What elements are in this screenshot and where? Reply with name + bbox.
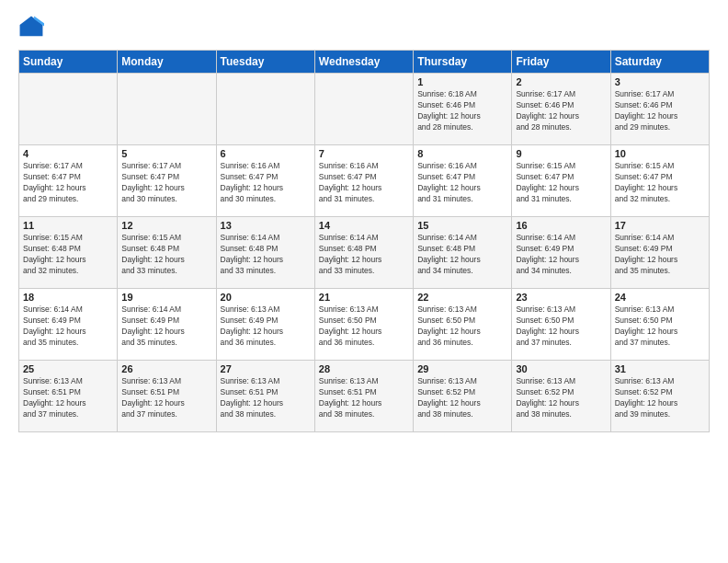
day-number: 31 [615,363,705,374]
calendar-cell: 8Sunrise: 6:16 AM Sunset: 6:47 PM Daylig… [414,145,512,217]
day-number: 11 [23,220,113,231]
calendar-cell [19,74,118,145]
day-info: Sunrise: 6:14 AM Sunset: 6:48 PM Dayligh… [319,233,409,277]
day-number: 19 [121,292,211,303]
logo-icon [18,15,44,40]
day-number: 17 [615,220,705,231]
calendar-cell: 4Sunrise: 6:17 AM Sunset: 6:47 PM Daylig… [19,145,118,217]
calendar-cell: 29Sunrise: 6:13 AM Sunset: 6:52 PM Dayli… [414,361,512,432]
day-info: Sunrise: 6:13 AM Sunset: 6:51 PM Dayligh… [121,376,211,420]
page: SundayMondayTuesdayWednesdayThursdayFrid… [0,0,728,563]
week-row-5: 25Sunrise: 6:13 AM Sunset: 6:51 PM Dayli… [19,361,710,432]
calendar-cell: 5Sunrise: 6:17 AM Sunset: 6:47 PM Daylig… [118,145,216,217]
day-number: 18 [23,292,113,303]
day-number: 21 [319,292,409,303]
day-number: 1 [417,76,507,87]
col-header-sunday: Sunday [19,51,118,74]
day-number: 25 [23,363,113,374]
logo [18,15,48,40]
calendar-table: SundayMondayTuesdayWednesdayThursdayFrid… [18,50,710,432]
day-number: 30 [516,363,606,374]
week-row-1: 1Sunrise: 6:18 AM Sunset: 6:46 PM Daylig… [19,74,710,145]
calendar-cell: 22Sunrise: 6:13 AM Sunset: 6:50 PM Dayli… [414,289,512,361]
calendar-body: 1Sunrise: 6:18 AM Sunset: 6:46 PM Daylig… [19,74,710,432]
day-info: Sunrise: 6:14 AM Sunset: 6:49 PM Dayligh… [516,233,606,277]
calendar-cell: 23Sunrise: 6:13 AM Sunset: 6:50 PM Dayli… [512,289,610,361]
calendar-cell [118,74,216,145]
day-info: Sunrise: 6:13 AM Sunset: 6:51 PM Dayligh… [319,376,409,420]
calendar-cell: 25Sunrise: 6:13 AM Sunset: 6:51 PM Dayli… [19,361,118,432]
day-number: 13 [221,220,311,231]
day-info: Sunrise: 6:13 AM Sunset: 6:52 PM Dayligh… [516,376,606,420]
day-number: 20 [221,292,311,303]
day-number: 22 [417,292,507,303]
col-header-monday: Monday [118,51,216,74]
calendar-cell: 15Sunrise: 6:14 AM Sunset: 6:48 PM Dayli… [414,217,512,289]
calendar-cell: 11Sunrise: 6:15 AM Sunset: 6:48 PM Dayli… [19,217,118,289]
calendar-cell: 28Sunrise: 6:13 AM Sunset: 6:51 PM Dayli… [314,361,413,432]
day-info: Sunrise: 6:17 AM Sunset: 6:47 PM Dayligh… [121,161,211,205]
calendar-cell: 3Sunrise: 6:17 AM Sunset: 6:46 PM Daylig… [610,74,709,145]
day-number: 27 [221,363,311,374]
calendar-cell: 26Sunrise: 6:13 AM Sunset: 6:51 PM Dayli… [118,361,216,432]
calendar-cell: 10Sunrise: 6:15 AM Sunset: 6:47 PM Dayli… [610,145,709,217]
day-info: Sunrise: 6:13 AM Sunset: 6:52 PM Dayligh… [615,376,705,420]
day-number: 12 [121,220,211,231]
day-info: Sunrise: 6:14 AM Sunset: 6:49 PM Dayligh… [121,304,211,349]
header [18,15,710,40]
day-number: 23 [516,292,606,303]
calendar-cell: 27Sunrise: 6:13 AM Sunset: 6:51 PM Dayli… [216,361,314,432]
calendar-cell [314,74,413,145]
day-info: Sunrise: 6:13 AM Sunset: 6:50 PM Dayligh… [615,304,705,349]
calendar-cell: 20Sunrise: 6:13 AM Sunset: 6:49 PM Dayli… [216,289,314,361]
day-info: Sunrise: 6:13 AM Sunset: 6:49 PM Dayligh… [221,304,311,349]
day-info: Sunrise: 6:14 AM Sunset: 6:48 PM Dayligh… [221,233,311,277]
col-header-tuesday: Tuesday [216,51,314,74]
calendar-cell: 14Sunrise: 6:14 AM Sunset: 6:48 PM Dayli… [314,217,413,289]
day-info: Sunrise: 6:14 AM Sunset: 6:49 PM Dayligh… [23,304,113,349]
col-header-saturday: Saturday [610,51,709,74]
calendar-cell: 18Sunrise: 6:14 AM Sunset: 6:49 PM Dayli… [19,289,118,361]
day-number: 26 [121,363,211,374]
calendar-cell: 13Sunrise: 6:14 AM Sunset: 6:48 PM Dayli… [216,217,314,289]
col-header-wednesday: Wednesday [314,51,413,74]
day-info: Sunrise: 6:16 AM Sunset: 6:47 PM Dayligh… [319,161,409,205]
day-number: 29 [417,363,507,374]
calendar-cell: 1Sunrise: 6:18 AM Sunset: 6:46 PM Daylig… [414,74,512,145]
calendar-cell: 2Sunrise: 6:17 AM Sunset: 6:46 PM Daylig… [512,74,610,145]
calendar-cell: 6Sunrise: 6:16 AM Sunset: 6:47 PM Daylig… [216,145,314,217]
day-number: 28 [319,363,409,374]
day-info: Sunrise: 6:14 AM Sunset: 6:48 PM Dayligh… [417,233,507,277]
col-header-friday: Friday [512,51,610,74]
day-info: Sunrise: 6:15 AM Sunset: 6:47 PM Dayligh… [615,161,705,205]
day-info: Sunrise: 6:15 AM Sunset: 6:47 PM Dayligh… [516,161,606,205]
day-info: Sunrise: 6:16 AM Sunset: 6:47 PM Dayligh… [417,161,507,205]
day-info: Sunrise: 6:17 AM Sunset: 6:46 PM Dayligh… [516,89,606,133]
day-number: 16 [516,220,606,231]
calendar-cell [216,74,314,145]
day-number: 9 [516,148,606,159]
week-row-2: 4Sunrise: 6:17 AM Sunset: 6:47 PM Daylig… [19,145,710,217]
day-info: Sunrise: 6:15 AM Sunset: 6:48 PM Dayligh… [23,233,113,277]
day-info: Sunrise: 6:14 AM Sunset: 6:49 PM Dayligh… [615,233,705,277]
calendar-cell: 31Sunrise: 6:13 AM Sunset: 6:52 PM Dayli… [610,361,709,432]
day-info: Sunrise: 6:17 AM Sunset: 6:46 PM Dayligh… [615,89,705,133]
week-row-4: 18Sunrise: 6:14 AM Sunset: 6:49 PM Dayli… [19,289,710,361]
day-info: Sunrise: 6:13 AM Sunset: 6:50 PM Dayligh… [417,304,507,349]
day-info: Sunrise: 6:13 AM Sunset: 6:51 PM Dayligh… [23,376,113,420]
calendar-cell: 21Sunrise: 6:13 AM Sunset: 6:50 PM Dayli… [314,289,413,361]
day-info: Sunrise: 6:16 AM Sunset: 6:47 PM Dayligh… [221,161,311,205]
day-info: Sunrise: 6:13 AM Sunset: 6:50 PM Dayligh… [516,304,606,349]
col-header-thursday: Thursday [414,51,512,74]
calendar-cell: 19Sunrise: 6:14 AM Sunset: 6:49 PM Dayli… [118,289,216,361]
day-info: Sunrise: 6:18 AM Sunset: 6:46 PM Dayligh… [417,89,507,133]
day-number: 10 [615,148,705,159]
day-info: Sunrise: 6:17 AM Sunset: 6:47 PM Dayligh… [23,161,113,205]
day-info: Sunrise: 6:13 AM Sunset: 6:52 PM Dayligh… [417,376,507,420]
day-number: 7 [319,148,409,159]
calendar-cell: 9Sunrise: 6:15 AM Sunset: 6:47 PM Daylig… [512,145,610,217]
day-info: Sunrise: 6:13 AM Sunset: 6:50 PM Dayligh… [319,304,409,349]
day-info: Sunrise: 6:13 AM Sunset: 6:51 PM Dayligh… [221,376,311,420]
day-number: 14 [319,220,409,231]
week-row-3: 11Sunrise: 6:15 AM Sunset: 6:48 PM Dayli… [19,217,710,289]
